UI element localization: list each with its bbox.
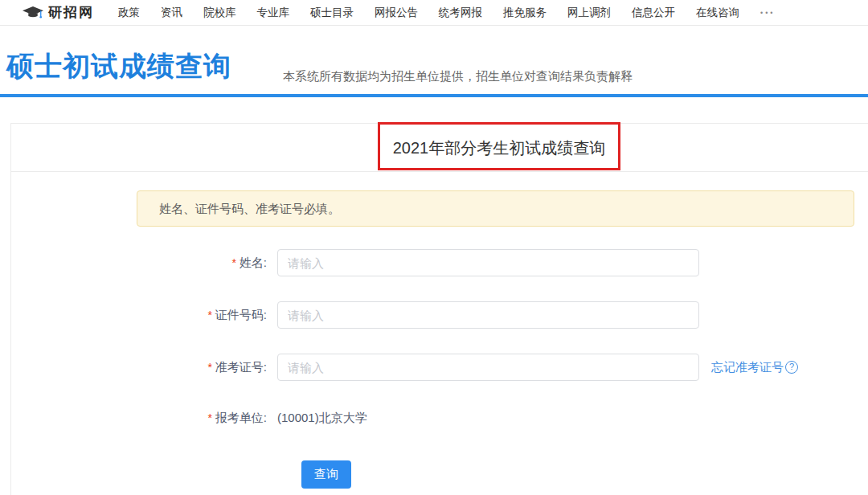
page-subtitle: 本系统所有数据均为招生单位提供，招生单位对查询结果负责解释 xyxy=(283,69,633,84)
nav-more-button[interactable]: ••• xyxy=(760,9,775,17)
nav-item-exemption-service[interactable]: 推免服务 xyxy=(503,6,547,20)
unit-value: (10001)北京大学 xyxy=(277,404,367,432)
required-mark: * xyxy=(207,309,211,321)
nav-item-online-consult[interactable]: 在线咨询 xyxy=(696,6,739,20)
query-button[interactable]: 查询 xyxy=(301,460,351,489)
id-number-label-text: 证件号码: xyxy=(215,308,267,321)
id-number-input[interactable] xyxy=(277,301,699,329)
ticket-number-field-label: *准考证号: xyxy=(0,354,267,381)
nav-item-news[interactable]: 资讯 xyxy=(161,6,182,20)
nav-item-online-adjustment[interactable]: 网上调剂 xyxy=(567,6,611,20)
notice-text: 姓名、证件号码、准考证号必填。 xyxy=(159,191,854,226)
forgot-ticket-link[interactable]: 忘记准考证号? xyxy=(711,354,798,381)
form-row-ticket-number: *准考证号: 忘记准考证号? xyxy=(0,354,868,381)
form-row-unit: *报考单位: (10001)北京大学 xyxy=(0,404,868,432)
required-mark: * xyxy=(207,361,211,374)
id-number-field-label: *证件号码: xyxy=(0,301,267,329)
unit-label-text: 报考单位: xyxy=(215,411,267,424)
logo-text: 研招网 xyxy=(48,3,94,22)
nav-item-master-catalog[interactable]: 硕士目录 xyxy=(310,6,354,20)
forgot-ticket-link-text: 忘记准考证号 xyxy=(711,354,784,381)
nav-item-unified-exam-registration[interactable]: 统考网报 xyxy=(439,6,482,20)
notice-alert: 姓名、证件号码、准考证号必填。 xyxy=(137,190,854,227)
nav-item-info-disclosure[interactable]: 信息公开 xyxy=(632,6,675,20)
nav-item-major-library[interactable]: 专业库 xyxy=(257,6,290,20)
form-row-name: *姓名: xyxy=(0,249,868,276)
site-logo[interactable]: 研招网 xyxy=(23,3,94,22)
page: 研招网 政策 资讯 院校库 专业库 硕士目录 网报公告 统考网报 推免服务 网上… xyxy=(0,0,868,495)
name-label-text: 姓名: xyxy=(240,256,267,269)
question-circle-icon: ? xyxy=(785,361,798,374)
nav-item-college-library[interactable]: 院校库 xyxy=(203,6,236,20)
unit-field-label: *报考单位: xyxy=(0,404,267,432)
name-field-label: *姓名: xyxy=(0,249,267,276)
card-header: 2021年部分考生初试成绩查询 xyxy=(11,124,868,172)
ticket-number-label-text: 准考证号: xyxy=(215,360,267,374)
ticket-number-input[interactable] xyxy=(277,354,699,381)
divider-line xyxy=(0,94,868,97)
required-mark: * xyxy=(231,256,235,269)
graduation-cap-icon xyxy=(23,6,43,20)
page-title: 硕士初试成绩查询 xyxy=(6,48,231,85)
form-row-id-number: *证件号码: xyxy=(0,301,868,329)
name-input[interactable] xyxy=(277,249,699,276)
top-navbar: 研招网 政策 资讯 院校库 专业库 硕士目录 网报公告 统考网报 推免服务 网上… xyxy=(0,0,868,26)
required-mark: * xyxy=(207,411,211,424)
nav-item-registration-notice[interactable]: 网报公告 xyxy=(375,6,418,20)
card-title: 2021年部分考生初试成绩查询 xyxy=(393,124,606,172)
nav-item-policy[interactable]: 政策 xyxy=(118,6,140,20)
main-nav: 政策 资讯 院校库 专业库 硕士目录 网报公告 统考网报 推免服务 网上调剂 信… xyxy=(118,6,775,20)
